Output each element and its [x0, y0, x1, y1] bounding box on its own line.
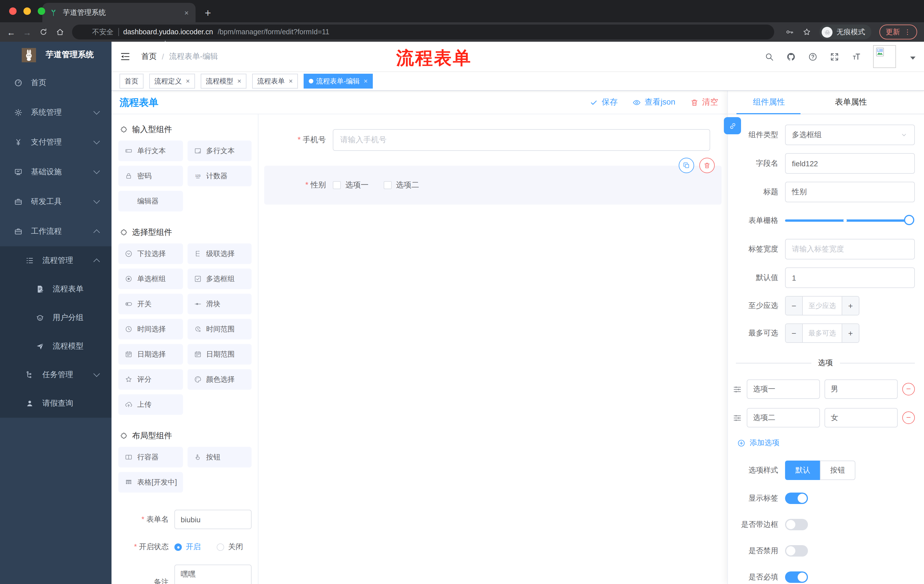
window-controls[interactable]: [9, 7, 45, 15]
increase-button[interactable]: +: [842, 296, 859, 315]
link-tag[interactable]: [724, 117, 741, 134]
gender-component-selected[interactable]: 性别 选项一 选项二: [264, 166, 722, 204]
palette-item[interactable]: 日期选择: [118, 344, 183, 365]
forward-button[interactable]: →: [23, 28, 31, 36]
palette-item[interactable]: 多行文本: [187, 141, 252, 161]
close-tag-icon[interactable]: ×: [186, 77, 190, 85]
checkbox-box[interactable]: [333, 181, 341, 189]
component-type-select[interactable]: 多选框组: [785, 125, 915, 145]
field-name-input[interactable]: field122: [785, 153, 915, 174]
form-name-input[interactable]: biubiu: [174, 510, 252, 529]
drag-handle-icon[interactable]: [733, 413, 742, 423]
sidebar-menu-item[interactable]: 任务管理: [0, 360, 112, 389]
password-key-icon[interactable]: [785, 28, 794, 36]
minimize-window-button[interactable]: [23, 7, 31, 15]
close-tag-icon[interactable]: ×: [364, 77, 368, 85]
view-json-button[interactable]: 查看json: [633, 97, 675, 107]
delete-component-button[interactable]: [699, 158, 715, 173]
browser-update-button[interactable]: 更新 ⋮: [879, 25, 917, 39]
sidebar-menu-item[interactable]: 流程管理: [0, 246, 112, 275]
close-tab-icon[interactable]: ×: [185, 8, 189, 17]
palette-item[interactable]: 评分: [118, 369, 183, 390]
browser-menu-icon[interactable]: ⋮: [904, 28, 911, 36]
palette-item[interactable]: 编辑器: [118, 191, 183, 211]
max-select-input[interactable]: 最多可选: [803, 324, 842, 342]
palette-item[interactable]: 开关: [118, 294, 183, 314]
sidebar-menu-item[interactable]: 请假查询: [0, 389, 112, 418]
fullscreen-icon[interactable]: [830, 52, 839, 61]
status-on-radio[interactable]: 开启: [174, 542, 201, 552]
close-window-button[interactable]: [9, 7, 16, 15]
style-default-button[interactable]: 默认: [785, 461, 820, 480]
close-tag-icon[interactable]: ×: [237, 77, 241, 85]
tab-component-props[interactable]: 组件属性: [728, 91, 810, 114]
sidebar-menu-item[interactable]: 支付管理: [0, 127, 112, 157]
copy-component-button[interactable]: [679, 158, 694, 173]
page-tag[interactable]: 流程定义 ×: [149, 74, 195, 89]
slider-handle[interactable]: [904, 215, 914, 225]
font-size-icon[interactable]: [851, 52, 861, 61]
page-tag[interactable]: 流程模型 ×: [201, 74, 246, 89]
reload-button[interactable]: [39, 28, 48, 36]
palette-item[interactable]: 日期范围: [187, 344, 252, 365]
remove-option-button[interactable]: −: [902, 383, 915, 395]
page-tag[interactable]: 流程表单-编辑 ×: [304, 74, 373, 89]
palette-item[interactable]: 级联选择: [187, 243, 252, 264]
palette-item[interactable]: 颜色选择: [187, 369, 252, 390]
decrease-button[interactable]: −: [785, 296, 803, 315]
toggle-switch[interactable]: [785, 493, 808, 504]
phone-input[interactable]: 请输入手机号: [333, 129, 710, 151]
not-secure-icon[interactable]: [79, 28, 87, 36]
clear-button[interactable]: 清空: [690, 97, 718, 107]
option-value-input[interactable]: 女: [825, 408, 898, 428]
palette-item[interactable]: 表格[开发中]: [118, 472, 183, 493]
palette-item[interactable]: 上传: [118, 394, 183, 415]
save-button[interactable]: 保存: [590, 97, 618, 107]
collapse-sidebar-icon[interactable]: [119, 51, 131, 62]
sidebar-menu-item[interactable]: 工作流程: [0, 217, 112, 246]
avatar[interactable]: [873, 45, 896, 68]
home-button[interactable]: [56, 28, 64, 36]
form-remark-textarea[interactable]: 嘿嘿: [174, 564, 252, 584]
breadcrumb-home[interactable]: 首页: [141, 51, 157, 62]
grid-slider[interactable]: [785, 219, 909, 222]
increase-button[interactable]: +: [842, 324, 859, 342]
status-off-radio[interactable]: 关闭: [217, 542, 243, 552]
sidebar-menu-item[interactable]: 流程表单: [0, 275, 112, 303]
browser-tab[interactable]: 芋道管理系统 ×: [42, 3, 196, 22]
add-option-button[interactable]: 添加选项: [737, 438, 915, 448]
sidebar-menu-item[interactable]: 研发工具: [0, 187, 112, 217]
min-select-input[interactable]: 至少应选: [803, 296, 842, 315]
toggle-switch[interactable]: [785, 571, 808, 583]
help-icon[interactable]: [808, 52, 818, 61]
toggle-switch[interactable]: [785, 545, 808, 556]
palette-item[interactable]: 时间范围: [187, 319, 252, 339]
palette-item[interactable]: 下拉选择: [118, 243, 183, 264]
palette-item[interactable]: 滑块: [187, 294, 252, 314]
option-label-input[interactable]: 选项二: [747, 408, 820, 428]
palette-item[interactable]: 行容器: [118, 447, 183, 467]
maximize-window-button[interactable]: [38, 7, 45, 15]
url-field[interactable]: 不安全 dashboard.yudao.iocoder.cn/bpm/manag…: [72, 25, 774, 39]
style-button-button[interactable]: 按钮: [820, 461, 855, 480]
new-tab-button[interactable]: +: [205, 7, 211, 18]
checkbox-box[interactable]: [383, 181, 391, 189]
github-icon[interactable]: [786, 52, 796, 61]
palette-item[interactable]: 密码: [118, 166, 183, 186]
gender-checkbox[interactable]: 选项一: [333, 180, 368, 190]
option-value-input[interactable]: 男: [825, 380, 898, 399]
palette-item[interactable]: 计数器: [187, 166, 252, 186]
drag-handle-icon[interactable]: [733, 384, 742, 394]
toggle-switch[interactable]: [785, 519, 808, 530]
palette-item[interactable]: 按钮: [187, 447, 252, 467]
palette-item[interactable]: 多选框组: [187, 268, 252, 289]
avatar-dropdown-icon[interactable]: [908, 53, 915, 60]
bookmark-star-icon[interactable]: [802, 28, 811, 36]
search-icon[interactable]: [764, 52, 774, 61]
page-tag[interactable]: 流程表单 ×: [252, 74, 298, 89]
close-tag-icon[interactable]: ×: [289, 77, 293, 85]
option-label-input[interactable]: 选项一: [747, 380, 820, 399]
label-width-input[interactable]: 请输入标签宽度: [785, 239, 915, 260]
palette-item[interactable]: 单行文本: [118, 141, 183, 161]
palette-item[interactable]: 单选框组: [118, 268, 183, 289]
